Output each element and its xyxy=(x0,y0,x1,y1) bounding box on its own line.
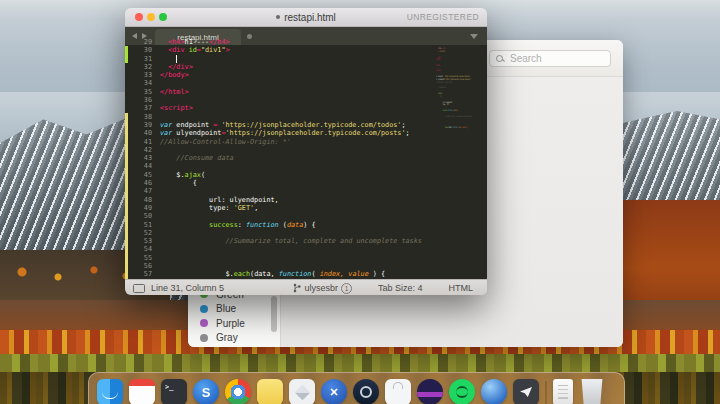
syntax-indicator[interactable]: HTML xyxy=(449,283,474,293)
dock-stickies-icon[interactable] xyxy=(257,379,283,404)
sidebar-tag-gray[interactable]: Gray xyxy=(200,331,245,346)
sidebar-tag-purple[interactable]: Purple xyxy=(200,316,245,331)
line-number: 51 xyxy=(125,221,152,229)
line-number: 50 xyxy=(125,212,152,220)
dock-appstore-icon[interactable] xyxy=(385,379,411,404)
dock-x-app-icon[interactable]: ✕ xyxy=(321,379,347,404)
dock-separator xyxy=(545,381,547,404)
tab-overflow-icon[interactable] xyxy=(470,34,478,39)
code-line xyxy=(160,254,422,262)
code-line: url: ulyendpoint, xyxy=(160,196,422,204)
line-number: 38 xyxy=(125,113,152,121)
title-bar[interactable]: restapi.html UNREGISTERED xyxy=(125,8,487,27)
line-number: 57 xyxy=(125,270,152,278)
code-line: type: 'GET', xyxy=(436,103,441,106)
code-line: var endpoint = 'https://jsonplaceholder.… xyxy=(160,121,422,129)
code-line: <script> xyxy=(160,104,422,112)
close-button[interactable] xyxy=(135,13,143,21)
status-bar: Line 31, Column 5 ulysesbr 1 Tab Size: 4… xyxy=(125,279,487,295)
branch-name: ulysesbr xyxy=(304,283,338,293)
line-number: 49 xyxy=(125,204,152,212)
line-number: 40 xyxy=(125,129,152,137)
code-line: $.each(data, function( index, value ) { xyxy=(160,270,422,278)
code-line xyxy=(160,212,422,220)
code-line xyxy=(160,162,422,170)
code-line xyxy=(160,229,422,237)
line-number: 44 xyxy=(125,162,152,170)
line-number: 35 xyxy=(125,88,152,96)
tag-label: Blue xyxy=(216,303,236,314)
dock-calendar-icon[interactable] xyxy=(129,379,155,404)
line-number: 46 xyxy=(125,179,152,187)
line-number: 43 xyxy=(125,154,152,162)
code-text: <h4>h1----</h4> <div id="div1"> </div></… xyxy=(160,38,422,279)
wallpaper-shore xyxy=(0,354,720,374)
dock-doc-icon[interactable] xyxy=(553,379,573,404)
editor-window[interactable]: restapi.html UNREGISTERED restapi.html 2… xyxy=(125,8,487,295)
line-number: 56 xyxy=(125,262,152,270)
branch-icon xyxy=(293,283,301,293)
dock-chrome-icon[interactable] xyxy=(225,379,251,404)
line-number: 54 xyxy=(125,245,152,253)
code-line xyxy=(160,79,422,87)
minimize-button[interactable] xyxy=(147,13,155,21)
dock-terminal-icon[interactable]: >_ xyxy=(161,379,187,404)
line-number: 33 xyxy=(125,71,152,79)
code-line: success: function (data) { xyxy=(160,221,422,229)
zoom-button[interactable] xyxy=(159,13,167,21)
dock-s-app-icon[interactable]: S xyxy=(193,379,219,404)
sidebar-scrollbar[interactable] xyxy=(271,296,277,332)
code-line: type: 'GET', xyxy=(160,204,422,212)
window-title: restapi.html xyxy=(276,12,336,23)
code-line: { xyxy=(436,95,441,98)
tags-list: GreenBluePurpleGray xyxy=(200,287,245,345)
dock-trash-icon[interactable] xyxy=(579,379,605,404)
dock-s-app-glyph: S xyxy=(202,385,211,400)
line-number: 39 xyxy=(125,121,152,129)
minimap[interactable]: <h4>h1----</h4> <div id="div1"> </div></… xyxy=(436,47,472,197)
git-branch-indicator[interactable]: ulysesbr 1 xyxy=(293,283,352,294)
modified-dot-icon xyxy=(276,15,280,19)
code-line: var ulyendpoint='https://jsonplaceholder… xyxy=(160,129,422,137)
minimap-content: <h4>h1----</h4> <div id="div1"> </div></… xyxy=(436,47,441,129)
dock-steam-icon[interactable] xyxy=(353,379,379,404)
registration-status: UNREGISTERED xyxy=(407,12,479,22)
search-icon xyxy=(496,55,504,63)
code-editor[interactable]: 2930313233343536373839404142434445464748… xyxy=(125,45,487,279)
dock-cube-icon[interactable] xyxy=(289,379,315,404)
search-input[interactable] xyxy=(508,52,602,65)
code-line xyxy=(160,245,422,253)
code-line: <h4>h1----</h4> xyxy=(160,38,422,46)
cursor-position: Line 31, Column 5 xyxy=(151,283,224,293)
line-number: 55 xyxy=(125,254,152,262)
tab-size-indicator[interactable]: Tab Size: 4 xyxy=(378,283,423,293)
code-line: </html> xyxy=(160,88,422,96)
line-numbers: 2930313233343536373839404142434445464748… xyxy=(125,38,152,279)
search-field[interactable] xyxy=(489,50,611,67)
code-line xyxy=(160,96,422,104)
line-number: 52 xyxy=(125,229,152,237)
dock-finder-icon[interactable] xyxy=(97,379,123,404)
dock-spotify-icon[interactable] xyxy=(449,379,475,404)
dock-x-app-glyph: ✕ xyxy=(329,386,338,399)
code-line: <div id="div1"> xyxy=(160,46,422,54)
sidebar-tag-blue[interactable]: Blue xyxy=(200,302,245,317)
line-number: 36 xyxy=(125,96,152,104)
line-number: 45 xyxy=(125,171,152,179)
dock-terminal-glyph: >_ xyxy=(165,383,173,391)
desktop: GreenBluePurpleGray restapi.html UNREGIS… xyxy=(0,0,720,404)
code-line xyxy=(160,113,422,121)
line-number: 41 xyxy=(125,138,152,146)
code-line xyxy=(160,55,422,63)
line-number: 31 xyxy=(125,55,152,63)
code-line: //Consume data xyxy=(436,86,441,89)
tag-color-icon xyxy=(200,305,208,313)
dock-telegram-icon[interactable] xyxy=(513,379,539,404)
dock-globe-icon[interactable] xyxy=(481,379,507,404)
panel-icon[interactable] xyxy=(133,284,145,293)
dock-eclipse-icon[interactable] xyxy=(417,379,443,404)
code-line: </div> xyxy=(160,63,422,71)
code-line xyxy=(160,146,422,154)
code-line: success: function (data) { xyxy=(436,109,441,112)
line-number: 29 xyxy=(125,38,152,46)
